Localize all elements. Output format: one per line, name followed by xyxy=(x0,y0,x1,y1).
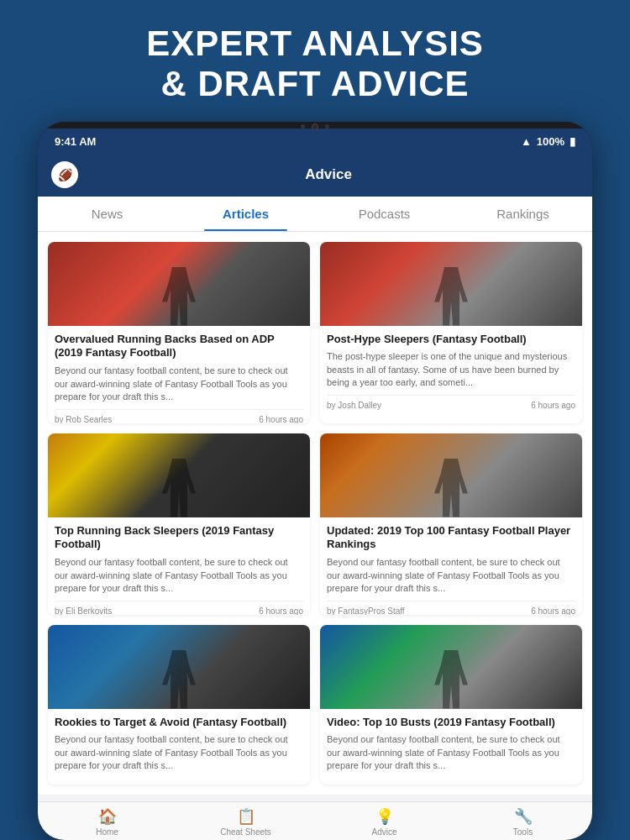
article-body-5: Rookies to Target & Avoid (Fantasy Footb… xyxy=(48,709,310,785)
nav-title: Advice xyxy=(78,166,579,183)
article-author-4: by FantasyPros Staff xyxy=(327,606,405,615)
article-image-6 xyxy=(320,625,582,709)
article-meta-1: by Rob Searles 6 hours ago xyxy=(55,409,303,423)
bottom-nav: 🏠 Home 📋 Cheat Sheets 💡 Advice 🔧 Tools xyxy=(38,801,592,840)
wifi-icon: ▲ xyxy=(521,135,532,148)
article-author-2: by Josh Dalley xyxy=(327,401,381,410)
hero-title: EXPERT ANALYSIS & DRAFT ADVICE xyxy=(34,24,596,105)
article-meta-2: by Josh Dalley 6 hours ago xyxy=(327,395,575,410)
article-time-2: 6 hours ago xyxy=(531,401,575,410)
bottom-nav-home[interactable]: 🏠 Home xyxy=(38,807,176,837)
article-body-1: Overvalued Running Backs Based on ADP (2… xyxy=(48,326,310,423)
article-meta-4: by FantasyPros Staff 6 hours ago xyxy=(327,601,575,615)
tab-news[interactable]: News xyxy=(38,197,176,231)
article-title-3: Top Running Back Sleepers (2019 Fantasy … xyxy=(55,524,303,553)
articles-grid: Overvalued Running Backs Based on ADP (2… xyxy=(38,232,592,795)
article-excerpt-4: Beyond our fantasy football content, be … xyxy=(327,556,575,595)
hero-section: EXPERT ANALYSIS & DRAFT ADVICE xyxy=(0,0,630,122)
article-body-4: Updated: 2019 Top 100 Fantasy Football P… xyxy=(320,517,582,615)
battery-percent: 100% xyxy=(537,135,564,148)
article-time-4: 6 hours ago xyxy=(531,606,575,615)
article-card-1[interactable]: Overvalued Running Backs Based on ADP (2… xyxy=(48,242,310,423)
article-image-1 xyxy=(48,242,310,326)
article-image-5 xyxy=(48,625,310,709)
article-image-2 xyxy=(320,242,582,326)
tools-icon: 🔧 xyxy=(454,807,592,826)
battery-icon: ▮ xyxy=(570,135,575,148)
article-card-3[interactable]: Top Running Back Sleepers (2019 Fantasy … xyxy=(48,433,310,615)
notch-camera xyxy=(312,123,318,130)
article-excerpt-2: The post-hype sleeper is one of the uniq… xyxy=(327,350,575,389)
bottom-nav-cheatsheets[interactable]: 📋 Cheat Sheets xyxy=(176,807,315,837)
article-image-3 xyxy=(48,433,310,517)
article-meta-3: by Eli Berkovits 6 hours ago xyxy=(55,601,303,615)
status-time: 9:41 AM xyxy=(55,135,96,148)
device-notch xyxy=(38,122,592,129)
advice-icon: 💡 xyxy=(315,807,454,826)
status-icons: ▲ 100% ▮ xyxy=(521,135,575,148)
article-author-1: by Rob Searles xyxy=(55,415,112,423)
article-card-5[interactable]: Rookies to Target & Avoid (Fantasy Footb… xyxy=(48,625,310,785)
article-time-1: 6 hours ago xyxy=(259,415,303,423)
article-excerpt-6: Beyond our fantasy football content, be … xyxy=(327,733,575,772)
app-logo[interactable]: 🏈 xyxy=(51,161,78,188)
tab-bar: News Articles Podcasts Rankings xyxy=(38,197,592,232)
article-excerpt-3: Beyond our fantasy football content, be … xyxy=(55,556,303,595)
article-card-6[interactable]: Video: Top 10 Busts (2019 Fantasy Footba… xyxy=(320,625,582,785)
article-title-2: Post-Hype Sleepers (Fantasy Football) xyxy=(327,333,575,347)
article-time-3: 6 hours ago xyxy=(259,606,303,615)
article-card-4[interactable]: Updated: 2019 Top 100 Fantasy Football P… xyxy=(320,433,582,615)
tab-rankings[interactable]: Rankings xyxy=(454,197,592,231)
status-bar: 9:41 AM ▲ 100% ▮ xyxy=(38,129,592,155)
bottom-nav-advice[interactable]: 💡 Advice xyxy=(315,807,454,837)
article-title-4: Updated: 2019 Top 100 Fantasy Football P… xyxy=(327,524,575,553)
article-title-1: Overvalued Running Backs Based on ADP (2… xyxy=(55,333,303,361)
article-card-2[interactable]: Post-Hype Sleepers (Fantasy Football) Th… xyxy=(320,242,582,423)
home-icon: 🏠 xyxy=(38,807,176,826)
article-body-3: Top Running Back Sleepers (2019 Fantasy … xyxy=(48,517,310,615)
tab-podcasts[interactable]: Podcasts xyxy=(315,197,454,231)
article-excerpt-1: Beyond our fantasy football content, be … xyxy=(55,365,303,403)
bottom-nav-tools[interactable]: 🔧 Tools xyxy=(454,807,592,837)
nav-bar: 🏈 Advice xyxy=(38,155,592,197)
article-excerpt-5: Beyond our fantasy football content, be … xyxy=(55,733,303,772)
article-body-2: Post-Hype Sleepers (Fantasy Football) Th… xyxy=(320,326,582,417)
device-frame: 9:41 AM ▲ 100% ▮ 🏈 Advice News Articles … xyxy=(38,122,592,840)
article-title-5: Rookies to Target & Avoid (Fantasy Footb… xyxy=(55,716,303,730)
cheatsheets-icon: 📋 xyxy=(176,807,315,826)
article-body-6: Video: Top 10 Busts (2019 Fantasy Footba… xyxy=(320,709,582,785)
article-title-6: Video: Top 10 Busts (2019 Fantasy Footba… xyxy=(327,716,575,730)
article-image-4 xyxy=(320,433,582,517)
article-author-3: by Eli Berkovits xyxy=(55,606,112,615)
logo-icon: 🏈 xyxy=(58,168,72,181)
tab-articles[interactable]: Articles xyxy=(176,197,315,231)
content-area: News Articles Podcasts Rankings Overvalu… xyxy=(38,197,592,801)
